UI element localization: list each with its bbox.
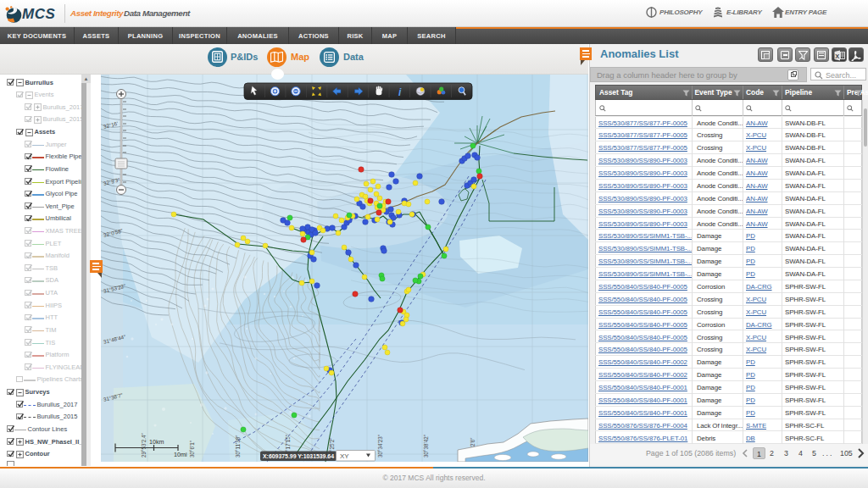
- svg-text:30°34'23″: 30°34'23″: [377, 434, 383, 458]
- svg-text:30°11'38″: 30°11'38″: [235, 435, 241, 458]
- svg-text:29°53'2.4″: 29°53'2.4″: [141, 433, 147, 458]
- svg-text:10mi: 10mi: [174, 451, 187, 458]
- svg-text:30°38'42″: 30°38'42″: [423, 434, 429, 458]
- svg-text:10km: 10km: [149, 438, 164, 446]
- svg-text:30°6'1″: 30°6'1″: [189, 440, 195, 458]
- svg-text:XY: XY: [340, 452, 349, 460]
- svg-text:X: X: [835, 52, 839, 59]
- svg-text:X:609375.99 Y:1031539.64: X:609375.99 Y:1031539.64: [263, 453, 334, 459]
